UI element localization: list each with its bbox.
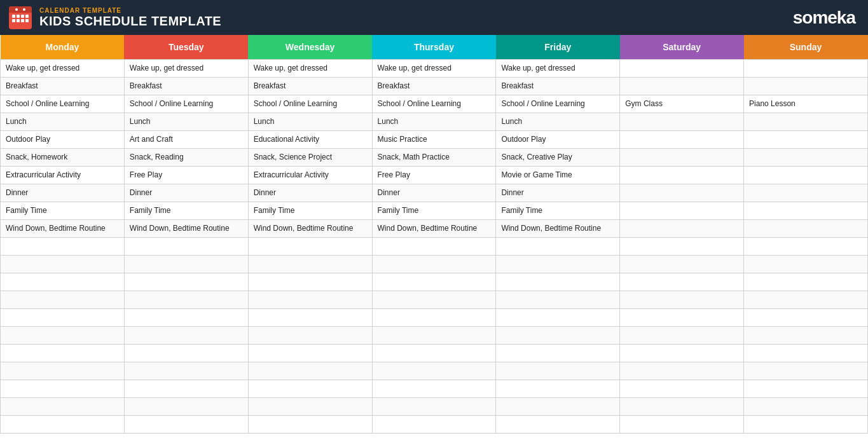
- table-cell[interactable]: Wind Down, Bedtime Routine: [372, 219, 496, 237]
- table-cell[interactable]: [372, 255, 496, 273]
- table-cell[interactable]: Family Time: [496, 202, 620, 219]
- table-cell[interactable]: [620, 273, 744, 291]
- table-cell[interactable]: Wake up, get dressed: [124, 59, 248, 77]
- table-cell[interactable]: [248, 326, 372, 344]
- table-cell[interactable]: [496, 415, 620, 433]
- table-cell[interactable]: [620, 344, 744, 362]
- table-cell[interactable]: Wind Down, Bedtime Routine: [496, 219, 620, 237]
- table-cell[interactable]: Wind Down, Bedtime Routine: [124, 219, 248, 237]
- table-cell[interactable]: [496, 291, 620, 308]
- table-cell[interactable]: [744, 397, 868, 415]
- table-cell[interactable]: [248, 255, 372, 273]
- table-cell[interactable]: [496, 237, 620, 255]
- table-cell[interactable]: [124, 344, 248, 362]
- table-cell[interactable]: Music Practice: [372, 130, 496, 148]
- table-cell[interactable]: Dinner: [496, 184, 620, 202]
- table-cell[interactable]: [1, 255, 125, 273]
- table-cell[interactable]: [124, 255, 248, 273]
- table-cell[interactable]: [744, 59, 868, 77]
- table-cell[interactable]: [1, 273, 125, 291]
- table-cell[interactable]: [496, 273, 620, 291]
- table-cell[interactable]: [372, 237, 496, 255]
- table-cell[interactable]: Dinner: [372, 184, 496, 202]
- table-cell[interactable]: Wake up, get dressed: [372, 59, 496, 77]
- table-cell[interactable]: Lunch: [248, 113, 372, 130]
- table-cell[interactable]: [372, 326, 496, 344]
- table-cell[interactable]: [248, 415, 372, 433]
- table-cell[interactable]: [1, 291, 125, 308]
- table-cell[interactable]: [620, 166, 744, 184]
- table-cell[interactable]: [496, 308, 620, 326]
- table-cell[interactable]: Free Play: [372, 166, 496, 184]
- table-cell[interactable]: [124, 397, 248, 415]
- table-cell[interactable]: Educational Activity: [248, 130, 372, 148]
- table-cell[interactable]: Gym Class: [620, 95, 744, 113]
- table-cell[interactable]: Piano Lesson: [744, 95, 868, 113]
- table-cell[interactable]: [620, 380, 744, 397]
- table-cell[interactable]: [744, 237, 868, 255]
- table-cell[interactable]: [620, 148, 744, 166]
- table-cell[interactable]: [124, 273, 248, 291]
- table-cell[interactable]: [744, 326, 868, 344]
- table-cell[interactable]: Wake up, get dressed: [1, 59, 125, 77]
- table-cell[interactable]: [496, 326, 620, 344]
- table-cell[interactable]: [620, 202, 744, 219]
- table-cell[interactable]: Family Time: [124, 202, 248, 219]
- table-cell[interactable]: [620, 77, 744, 95]
- table-cell[interactable]: [620, 113, 744, 130]
- table-cell[interactable]: [620, 130, 744, 148]
- table-cell[interactable]: [1, 308, 125, 326]
- table-cell[interactable]: Snack, Reading: [124, 148, 248, 166]
- table-cell[interactable]: [744, 291, 868, 308]
- table-cell[interactable]: [248, 291, 372, 308]
- table-cell[interactable]: [496, 397, 620, 415]
- table-cell[interactable]: School / Online Learning: [248, 95, 372, 113]
- table-cell[interactable]: [124, 237, 248, 255]
- table-cell[interactable]: [744, 148, 868, 166]
- table-cell[interactable]: Free Play: [124, 166, 248, 184]
- table-cell[interactable]: [620, 326, 744, 344]
- table-cell[interactable]: [744, 380, 868, 397]
- table-cell[interactable]: Wake up, get dressed: [496, 59, 620, 77]
- table-cell[interactable]: [372, 415, 496, 433]
- table-cell[interactable]: [620, 255, 744, 273]
- table-cell[interactable]: Breakfast: [496, 77, 620, 95]
- table-cell[interactable]: [620, 308, 744, 326]
- table-cell[interactable]: School / Online Learning: [124, 95, 248, 113]
- table-cell[interactable]: [1, 237, 125, 255]
- table-cell[interactable]: [620, 397, 744, 415]
- table-cell[interactable]: Breakfast: [1, 77, 125, 95]
- table-cell[interactable]: [620, 184, 744, 202]
- table-cell[interactable]: [124, 380, 248, 397]
- table-cell[interactable]: [372, 344, 496, 362]
- table-cell[interactable]: Lunch: [124, 113, 248, 130]
- table-cell[interactable]: Wake up, get dressed: [248, 59, 372, 77]
- table-cell[interactable]: [496, 344, 620, 362]
- table-cell[interactable]: [620, 415, 744, 433]
- table-cell[interactable]: [744, 113, 868, 130]
- table-cell[interactable]: [372, 397, 496, 415]
- table-cell[interactable]: Breakfast: [248, 77, 372, 95]
- table-cell[interactable]: [620, 59, 744, 77]
- table-cell[interactable]: [124, 415, 248, 433]
- table-cell[interactable]: Snack, Creative Play: [496, 148, 620, 166]
- table-cell[interactable]: [744, 273, 868, 291]
- table-cell[interactable]: [496, 255, 620, 273]
- table-cell[interactable]: [744, 202, 868, 219]
- table-cell[interactable]: [496, 362, 620, 380]
- table-cell[interactable]: School / Online Learning: [372, 95, 496, 113]
- table-cell[interactable]: Art and Craft: [124, 130, 248, 148]
- table-cell[interactable]: [620, 291, 744, 308]
- table-cell[interactable]: [496, 380, 620, 397]
- table-cell[interactable]: [744, 130, 868, 148]
- table-cell[interactable]: [248, 308, 372, 326]
- table-cell[interactable]: Wind Down, Bedtime Routine: [248, 219, 372, 237]
- table-cell[interactable]: [124, 362, 248, 380]
- table-cell[interactable]: Lunch: [372, 113, 496, 130]
- table-cell[interactable]: [744, 219, 868, 237]
- table-cell[interactable]: [1, 415, 125, 433]
- table-cell[interactable]: Breakfast: [372, 77, 496, 95]
- table-cell[interactable]: [744, 255, 868, 273]
- table-cell[interactable]: Snack, Science Project: [248, 148, 372, 166]
- table-cell[interactable]: Lunch: [1, 113, 125, 130]
